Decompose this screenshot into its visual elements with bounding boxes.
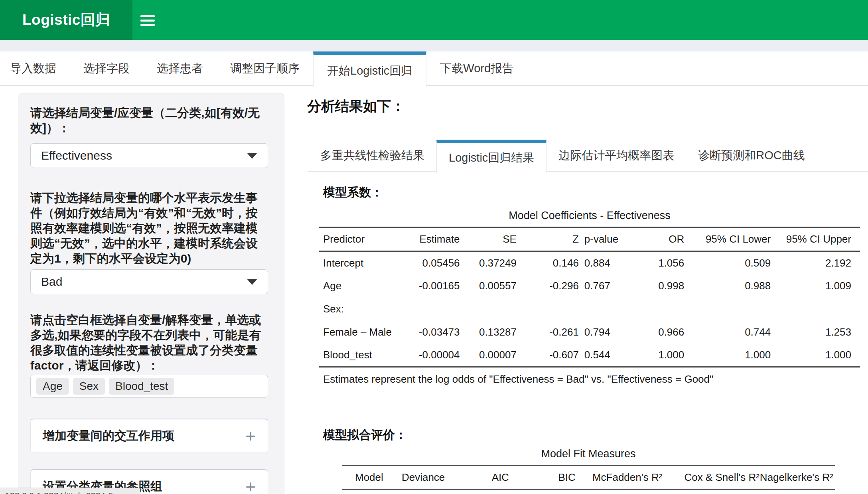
event-level-value: Bad	[41, 275, 62, 288]
app-screen: Logistic回归 导入数据 选择字段 选择患者 调整因子顺序 开始Logis…	[0, 0, 868, 494]
chevron-down-icon	[247, 153, 257, 159]
tab-import-data[interactable]: 导入数据	[0, 51, 70, 85]
table-cell: 1.056	[630, 251, 685, 275]
table-cell: 0.794	[579, 321, 630, 344]
table-row: Blood_test-0.000040.00007-0.6070.5441.00…	[319, 344, 860, 367]
predictors-label: 请点击空白框选择自变量/解释变量，单选或多选,如果您要的字段不在列表中，可能是有…	[30, 312, 268, 373]
fit-table-title: Model Fit Measures	[342, 448, 835, 460]
table-cell: 0.00557	[460, 275, 517, 298]
coefficients-heading: 模型系数：	[323, 184, 383, 201]
table-header-row: PredictorEstimateSEZp-valueOR95% CI Lowe…	[319, 227, 860, 251]
table-cell: -0.607	[517, 344, 579, 367]
table-cell: Age	[319, 275, 403, 298]
outcome-variable-select[interactable]: Effectiveness	[30, 143, 268, 168]
column-header: Deviance	[383, 466, 445, 490]
table-cell: Female – Male	[319, 321, 403, 344]
table-cell: 1.253	[771, 321, 860, 344]
table-cell: 0.37249	[460, 251, 517, 275]
coefficients-footnote: Estimates represent the log odds of "Eff…	[319, 373, 860, 385]
table-cell	[684, 298, 771, 321]
model-fit-heading: 模型拟合评价：	[323, 427, 407, 443]
table-cell	[517, 298, 579, 321]
table-cell: 0.146	[517, 251, 579, 275]
table-cell: -0.296	[517, 275, 579, 298]
predictor-tag[interactable]: Age	[36, 378, 69, 395]
column-header: OR	[630, 227, 685, 251]
table-cell: -0.261	[517, 321, 579, 344]
column-header: p-value	[579, 227, 630, 251]
table-cell: Intercept	[319, 251, 403, 275]
column-header: McFadden's R²	[576, 466, 663, 490]
tab-select-patients[interactable]: 选择患者	[143, 51, 217, 85]
tab-select-fields[interactable]: 选择字段	[70, 51, 143, 85]
predictor-tag[interactable]: Sex	[73, 378, 105, 395]
outcome-variable-value: Effectiveness	[41, 149, 112, 162]
table-header-row: ModelDevianceAICBICMcFadden's R²Cox & Sn…	[342, 466, 835, 490]
table-cell: 0.998	[630, 275, 685, 298]
table-cell: 0.544	[579, 344, 630, 367]
top-navbar: Logistic回归	[0, 0, 868, 40]
table-cell: Blood_test	[319, 344, 403, 367]
table-cell: 0.884	[579, 251, 630, 275]
table-cell	[630, 298, 685, 321]
table-row: Sex:	[319, 298, 860, 321]
column-header: Z	[517, 227, 579, 251]
table-cell: -0.03473	[403, 321, 460, 344]
table-cell: 0.988	[684, 275, 771, 298]
column-header: AIC	[445, 466, 509, 490]
table-row: Female – Male-0.034730.13287-0.2610.7940…	[319, 321, 860, 344]
coefficients-table: PredictorEstimateSEZp-valueOR95% CI Lowe…	[319, 227, 860, 368]
column-header: SE	[460, 227, 517, 251]
sidebar-form-panel: 请选择结局变量/应变量（二分类,如[有效/无效]）： Effectiveness…	[18, 93, 284, 494]
page-tabbar: 导入数据 选择字段 选择患者 调整因子顺序 开始Logistic回归 下载Wor…	[0, 51, 868, 86]
column-header: BIC	[509, 466, 576, 490]
table-cell: 1.000	[771, 344, 860, 367]
table-cell	[771, 298, 860, 321]
column-header: Predictor	[319, 227, 403, 251]
event-level-label: 请下拉选择结局变量的哪个水平表示发生事件（例如疗效结局为“有效”和“无效”时，按…	[30, 190, 268, 266]
table-cell: 1.000	[630, 344, 685, 367]
table-cell: -0.00165	[403, 275, 460, 298]
chevron-down-icon	[247, 279, 257, 285]
results-tabbar: 多重共线性检验结果 Logistic回归结果 边际估计平均概率图表 诊断预测和R…	[308, 140, 868, 172]
table-cell	[579, 298, 630, 321]
table-cell: -0.00004	[403, 344, 460, 367]
tab-download-word-report[interactable]: 下载Word报告	[426, 51, 527, 85]
coefficients-table-block: Model Coefficients - Effectiveness Predi…	[319, 209, 860, 385]
app-title: Logistic回归	[22, 10, 110, 30]
table-row: Intercept0.054560.372490.1460.8841.0560.…	[319, 251, 860, 275]
table-cell	[460, 298, 517, 321]
predictors-tags-input[interactable]: Age Sex Blood_test	[30, 375, 268, 398]
table-cell: 0.13287	[460, 321, 517, 344]
tab-adjust-factor-order[interactable]: 调整因子顺序	[217, 51, 313, 85]
table-cell	[403, 298, 460, 321]
fit-table: ModelDevianceAICBICMcFadden's R²Cox & Sn…	[342, 465, 835, 490]
fit-table-block: Model Fit Measures ModelDevianceAICBICMc…	[342, 448, 835, 490]
tab-logistic-results[interactable]: Logistic回归结果	[436, 140, 546, 173]
table-cell: 0.767	[579, 275, 630, 298]
column-header: 95% CI Upper	[771, 227, 860, 251]
column-header: Cox & Snell's R²	[662, 466, 759, 490]
column-header: 95% CI Lower	[684, 227, 771, 251]
table-cell: 2.192	[771, 251, 860, 275]
table-cell: 1.009	[771, 275, 860, 298]
results-heading: 分析结果如下：	[307, 97, 405, 116]
tab-roc-curve[interactable]: 诊断预测和ROC曲线	[686, 140, 817, 171]
event-level-select[interactable]: Bad	[30, 269, 268, 294]
table-cell: Sex:	[319, 298, 403, 321]
tab-start-logistic[interactable]: 开始Logistic回归	[313, 51, 426, 87]
table-cell: 0.00007	[460, 344, 517, 367]
tab-marginal-probability-charts[interactable]: 边际估计平均概率图表	[546, 140, 686, 171]
page-background-band	[0, 40, 868, 51]
tab-multicollinearity[interactable]: 多重共线性检验结果	[308, 140, 436, 171]
table-cell: 0.509	[684, 251, 771, 275]
interaction-terms-panel-header[interactable]: 增加变量间的交互作用项 +	[30, 419, 268, 453]
table-cell: 0.744	[684, 321, 771, 344]
app-logo[interactable]: Logistic回归	[0, 0, 132, 40]
menu-icon[interactable]	[140, 15, 155, 26]
outcome-variable-label: 请选择结局变量/应变量（二分类,如[有效/无效]）：	[30, 105, 268, 136]
interaction-terms-label: 增加变量间的交互作用项	[43, 428, 174, 444]
column-header: Model	[342, 466, 383, 490]
table-cell: 0.05456	[403, 251, 460, 275]
predictor-tag[interactable]: Blood_test	[109, 378, 174, 395]
